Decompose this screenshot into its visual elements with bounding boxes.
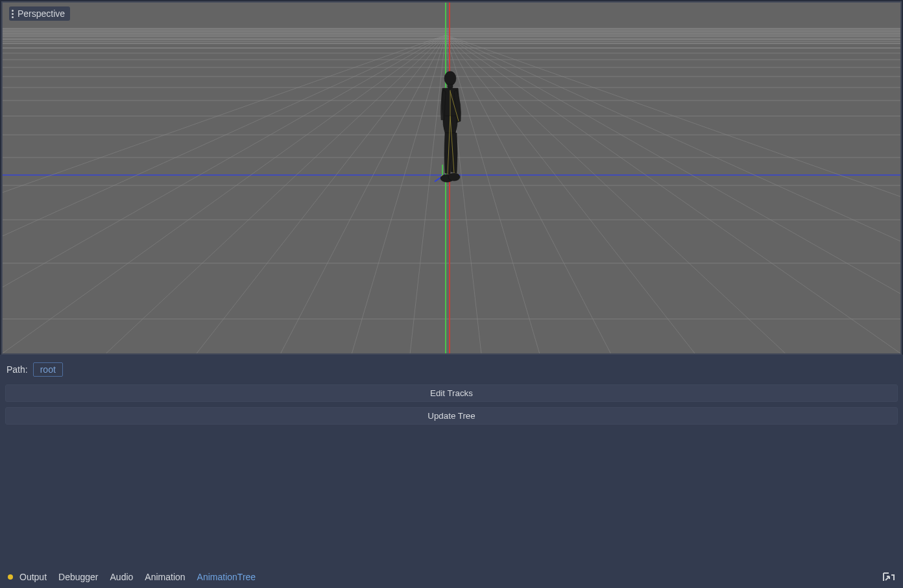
tab-output[interactable]: Output — [18, 569, 48, 585]
tab-animation-tree[interactable]: AnimationTree — [196, 569, 258, 585]
path-label: Path: — [6, 364, 28, 375]
path-breadcrumb: Path: root — [5, 361, 898, 381]
animation-tree-panel: Path: root Edit Tracks Update Tree — [0, 355, 903, 565]
svg-point-54 — [448, 173, 460, 181]
svg-rect-52 — [448, 84, 453, 88]
status-dot-icon — [8, 574, 13, 580]
path-root-chip[interactable]: root — [33, 362, 63, 377]
tab-debugger[interactable]: Debugger — [57, 569, 100, 585]
bottom-tabbar: Output Debugger Audio Animation Animatio… — [0, 565, 903, 588]
perspective-mode-label: Perspective — [18, 8, 65, 19]
svg-point-51 — [444, 71, 456, 86]
viewport-3d[interactable]: Perspective — [1, 1, 902, 355]
update-tree-button[interactable]: Update Tree — [5, 407, 898, 425]
expand-panel-icon[interactable] — [882, 572, 895, 582]
edit-tracks-button[interactable]: Edit Tracks — [5, 384, 898, 402]
character-model — [437, 71, 470, 187]
dots-vertical-icon — [12, 10, 14, 18]
perspective-mode-button[interactable]: Perspective — [9, 6, 70, 21]
tab-audio[interactable]: Audio — [109, 569, 135, 585]
tab-animation[interactable]: Animation — [143, 569, 186, 585]
